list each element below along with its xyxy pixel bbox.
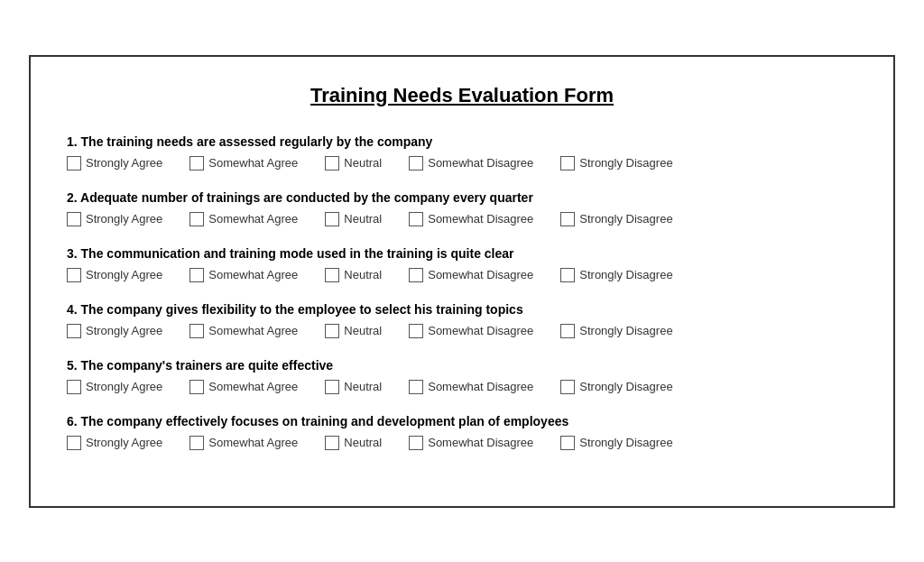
option-label-q3-opt4: Strongly Disagree [579,268,672,281]
question-block-4: 4. The company gives flexibility to the … [67,302,857,338]
option-label-q2-opt3: Somewhat Disagree [428,212,533,226]
option-label-q5-opt3: Somewhat Disagree [428,380,533,393]
page-wrapper: Training Needs Evaluation Form 1. The tr… [0,0,924,562]
option-item-q4-neutral: Neutral [325,324,382,338]
options-row-3: Strongly AgreeSomewhat AgreeNeutralSomew… [67,268,857,282]
checkbox-q5-opt4[interactable] [560,380,575,394]
checkbox-q4-opt0[interactable] [67,324,81,338]
option-item-q1-somewhat-disagree: Somewhat Disagree [409,156,533,170]
question-block-6: 6. The company effectively focuses on tr… [67,414,857,450]
option-item-q2-strongly-agree: Strongly Agree [67,212,162,226]
checkbox-q5-opt1[interactable] [189,380,204,394]
option-label-q4-opt1: Somewhat Agree [208,324,298,337]
checkbox-q2-opt0[interactable] [67,212,81,226]
checkbox-q2-opt2[interactable] [325,212,339,226]
checkbox-q3-opt4[interactable] [560,268,575,282]
option-item-q6-strongly-disagree: Strongly Disagree [560,436,672,450]
checkbox-q1-opt1[interactable] [189,156,204,170]
checkbox-q6-opt3[interactable] [409,436,423,450]
checkbox-q3-opt0[interactable] [67,268,81,282]
checkbox-q6-opt0[interactable] [67,436,81,450]
option-item-q3-neutral: Neutral [325,268,382,282]
option-item-q6-neutral: Neutral [325,436,382,450]
checkbox-q1-opt0[interactable] [67,156,81,170]
checkbox-q2-opt3[interactable] [409,212,423,226]
checkbox-q1-opt3[interactable] [409,156,423,170]
option-label-q1-opt1: Somewhat Agree [208,156,298,170]
checkbox-q4-opt3[interactable] [409,324,423,338]
checkbox-q5-opt0[interactable] [67,380,81,394]
option-label-q5-opt2: Neutral [344,380,382,393]
option-label-q4-opt0: Strongly Agree [86,324,162,337]
option-item-q3-somewhat-disagree: Somewhat Disagree [409,268,533,282]
options-row-2: Strongly AgreeSomewhat AgreeNeutralSomew… [67,212,857,226]
option-label-q6-opt0: Strongly Agree [86,436,162,449]
option-item-q1-strongly-disagree: Strongly Disagree [560,156,672,170]
form-title: Training Needs Evaluation Form [67,84,857,107]
question-block-1: 1. The training needs are assessed regul… [67,134,857,170]
option-label-q3-opt0: Strongly Agree [86,268,162,281]
option-label-q2-opt2: Neutral [344,212,382,226]
option-label-q6-opt2: Neutral [344,436,382,449]
option-label-q1-opt2: Neutral [344,156,382,170]
option-label-q2-opt4: Strongly Disagree [579,212,672,226]
option-label-q3-opt1: Somewhat Agree [208,268,298,281]
option-label-q3-opt3: Somewhat Disagree [428,268,533,281]
option-label-q1-opt0: Strongly Agree [86,156,162,170]
option-label-q2-opt0: Strongly Agree [86,212,162,226]
checkbox-q5-opt3[interactable] [409,380,423,394]
option-label-q5-opt4: Strongly Disagree [579,380,672,393]
option-item-q2-somewhat-agree: Somewhat Agree [189,212,298,226]
checkbox-q6-opt1[interactable] [189,436,204,450]
option-item-q6-somewhat-disagree: Somewhat Disagree [409,436,533,450]
option-label-q4-opt4: Strongly Disagree [579,324,672,337]
checkbox-q1-opt4[interactable] [560,156,575,170]
checkbox-q4-opt1[interactable] [189,324,204,338]
option-item-q3-strongly-disagree: Strongly Disagree [560,268,672,282]
option-label-q4-opt2: Neutral [344,324,382,337]
checkbox-q6-opt4[interactable] [560,436,575,450]
checkbox-q3-opt1[interactable] [189,268,204,282]
options-row-1: Strongly AgreeSomewhat AgreeNeutralSomew… [67,156,857,170]
checkbox-q1-opt2[interactable] [325,156,339,170]
questions-container: 1. The training needs are assessed regul… [67,134,857,450]
option-item-q2-neutral: Neutral [325,212,382,226]
option-item-q2-somewhat-disagree: Somewhat Disagree [409,212,533,226]
checkbox-q2-opt4[interactable] [560,212,575,226]
option-item-q4-somewhat-agree: Somewhat Agree [189,324,298,338]
option-item-q6-strongly-agree: Strongly Agree [67,436,162,450]
checkbox-q4-opt4[interactable] [560,324,575,338]
option-item-q5-somewhat-disagree: Somewhat Disagree [409,380,533,394]
option-label-q6-opt3: Somewhat Disagree [428,436,533,449]
option-item-q5-somewhat-agree: Somewhat Agree [189,380,298,394]
checkbox-q3-opt2[interactable] [325,268,339,282]
option-item-q4-somewhat-disagree: Somewhat Disagree [409,324,533,338]
question-text-2: 2. Adequate number of trainings are cond… [67,190,857,205]
option-item-q6-somewhat-agree: Somewhat Agree [189,436,298,450]
options-row-5: Strongly AgreeSomewhat AgreeNeutralSomew… [67,380,857,394]
question-text-4: 4. The company gives flexibility to the … [67,302,857,317]
question-text-3: 3. The communication and training mode u… [67,246,857,261]
question-block-3: 3. The communication and training mode u… [67,246,857,282]
option-item-q1-neutral: Neutral [325,156,382,170]
form-container: Training Needs Evaluation Form 1. The tr… [29,55,895,508]
question-text-5: 5. The company's trainers are quite effe… [67,358,857,373]
option-label-q4-opt3: Somewhat Disagree [428,324,533,337]
option-label-q1-opt4: Strongly Disagree [579,156,672,170]
option-item-q4-strongly-agree: Strongly Agree [67,324,162,338]
option-item-q2-strongly-disagree: Strongly Disagree [560,212,672,226]
checkbox-q4-opt2[interactable] [325,324,339,338]
option-label-q5-opt0: Strongly Agree [86,380,162,393]
checkbox-q5-opt2[interactable] [325,380,339,394]
option-label-q2-opt1: Somewhat Agree [208,212,298,226]
checkbox-q3-opt3[interactable] [409,268,423,282]
options-row-4: Strongly AgreeSomewhat AgreeNeutralSomew… [67,324,857,338]
option-label-q3-opt2: Neutral [344,268,382,281]
checkbox-q2-opt1[interactable] [189,212,204,226]
options-row-6: Strongly AgreeSomewhat AgreeNeutralSomew… [67,436,857,450]
question-block-2: 2. Adequate number of trainings are cond… [67,190,857,226]
option-item-q1-somewhat-agree: Somewhat Agree [189,156,298,170]
checkbox-q6-opt2[interactable] [325,436,339,450]
question-text-6: 6. The company effectively focuses on tr… [67,414,857,428]
option-item-q5-strongly-agree: Strongly Agree [67,380,162,394]
